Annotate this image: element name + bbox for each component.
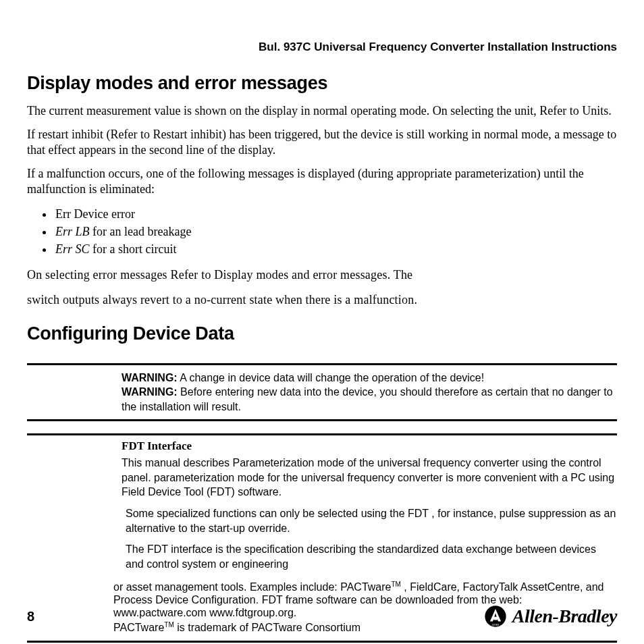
svg-rect-1 <box>493 618 497 620</box>
allen-bradley-icon: LISTED <box>484 605 507 628</box>
paragraph: On selecting error messages Refer to Dis… <box>27 267 617 283</box>
paragraph: switch outputs always revert to a no-cur… <box>27 292 617 308</box>
document-header: Bul. 937C Universal Frequency Converter … <box>27 41 617 54</box>
warning-box: WARNING: A change in device data will ch… <box>27 363 617 422</box>
list-item: Err LB for an lead breakage <box>54 223 617 240</box>
error-list: Err Device error Err LB for an lead brea… <box>54 205 617 258</box>
error-desc: for a short circuit <box>90 242 177 256</box>
list-item: Err Device error <box>54 205 617 223</box>
fdt-paragraph: This manual describes Parameterization m… <box>122 456 617 500</box>
page-footer: 8 LISTED Allen-Bradley <box>27 605 617 628</box>
svg-text:LISTED: LISTED <box>491 624 499 626</box>
brand-name: Allen-Bradley <box>512 606 617 627</box>
paragraph: The current measurement value is shown o… <box>27 103 617 119</box>
list-item: Err SC for a short circuit <box>54 240 617 258</box>
section-heading-display-modes: Display modes and error messages <box>27 73 617 94</box>
error-desc: for an lead breakage <box>90 225 192 238</box>
fdt-title: FDT Interface <box>122 439 617 453</box>
warning-line: WARNING: A change in device data will ch… <box>122 371 617 385</box>
warning-text: A change in device data will change the … <box>178 372 485 383</box>
text: or asset management tools. Examples incl… <box>113 582 391 593</box>
warning-line: WARNING: Before entering new data into t… <box>122 385 617 414</box>
error-code: Err LB <box>55 225 90 238</box>
warning-label: WARNING: <box>122 372 178 383</box>
error-code: Err SC <box>55 242 90 256</box>
warning-label: WARNING: <box>122 386 178 398</box>
brand-logo: LISTED Allen-Bradley <box>484 605 617 628</box>
paragraph: If restart inhibit (Refer to Restart inh… <box>27 127 617 158</box>
fdt-paragraph: The FDT interface is the specification d… <box>122 542 617 571</box>
fdt-paragraph: Some specialized functions can only be s… <box>122 506 617 535</box>
section-heading-configuring: Configuring Device Data <box>27 323 617 344</box>
paragraph: If a malfunction occurs, one of the foll… <box>27 166 617 197</box>
warning-text: Before entering new data into the device… <box>122 386 613 412</box>
document-page: Bul. 937C Universal Frequency Converter … <box>0 0 644 644</box>
page-number: 8 <box>27 609 34 624</box>
trademark-symbol: TM <box>391 581 400 588</box>
